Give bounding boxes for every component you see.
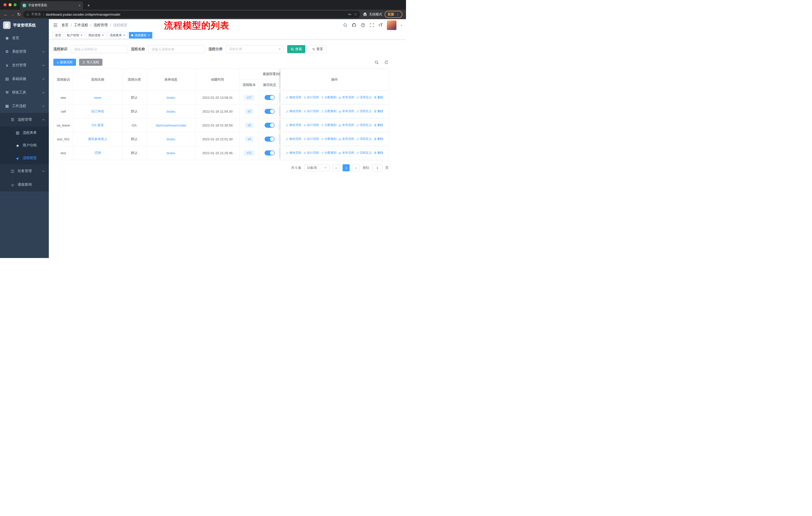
sidebar-item-infrastructure[interactable]: ▤基础设施	[0, 72, 49, 86]
breadcrumb-item[interactable]: 流程管理	[94, 23, 108, 27]
row-action-assign[interactable]: 分配规则	[321, 137, 337, 141]
sidebar-item-system-manage[interactable]: ⚙系统管理	[0, 45, 49, 58]
breadcrumb-item[interactable]: 工作流程	[74, 23, 88, 27]
sidebar-item-home[interactable]: ◉首页	[0, 31, 49, 45]
help-icon[interactable]	[361, 23, 365, 27]
row-action-publish[interactable]: 发布流程	[339, 109, 354, 113]
sidebar-collapse-icon[interactable]	[53, 23, 58, 28]
close-window-button[interactable]	[3, 3, 6, 6]
process-name-link[interactable]: 测试多审批人	[88, 137, 108, 141]
category-select[interactable]: 流程分类	[226, 45, 284, 53]
back-button[interactable]: ←	[3, 12, 8, 17]
form-info-link[interactable]: biubiu	[167, 151, 175, 155]
row-action-definition[interactable]: 流程定义	[356, 109, 372, 113]
tag-close-icon[interactable]: ×	[123, 34, 125, 37]
sidebar-item-payment-manage[interactable]: ¥支付管理	[0, 58, 49, 72]
minimize-window-button[interactable]	[8, 3, 11, 6]
row-action-delete[interactable]: 删除	[374, 151, 383, 155]
row-action-publish[interactable]: 发布流程	[339, 151, 354, 155]
breadcrumb-item[interactable]: 首页	[61, 23, 68, 27]
goto-page-input[interactable]	[372, 164, 382, 171]
next-page-button[interactable]: ›	[353, 164, 360, 171]
row-action-edit[interactable]: 修改流程	[286, 151, 301, 155]
tag-item[interactable]: 我的流程×	[86, 32, 106, 38]
refresh-icon[interactable]	[384, 60, 388, 64]
active-toggle[interactable]	[265, 137, 274, 142]
row-action-assign[interactable]: 分配规则	[321, 95, 337, 100]
row-action-publish[interactable]: 发布流程	[339, 123, 354, 127]
fullscreen-icon[interactable]	[370, 23, 374, 27]
sidebar-item-process-model[interactable]: ▶流程模型	[0, 152, 49, 164]
process-name-input[interactable]	[148, 45, 205, 53]
forward-button[interactable]: →	[10, 12, 14, 17]
search-button[interactable]: 搜索	[287, 45, 305, 53]
tag-item[interactable]: 流程表单×	[108, 32, 127, 38]
tab-close-icon[interactable]: ×	[79, 3, 81, 7]
address-bar[interactable]: ⚠ 不安全 | dashboard.yudao.iocoder.cn/bpm/m…	[23, 11, 360, 18]
row-action-design[interactable]: 设计流程	[303, 151, 319, 155]
row-action-publish[interactable]: 发布流程	[339, 95, 354, 100]
sidebar-item-leave-query[interactable]: ☺请假查询	[0, 178, 49, 191]
row-action-edit[interactable]: 修改流程	[286, 137, 301, 141]
row-action-assign[interactable]: 分配规则	[321, 123, 337, 127]
browser-tab[interactable]: 芋道管理系统 ×	[20, 1, 83, 9]
form-info-link[interactable]: biubiu	[167, 137, 175, 141]
row-action-design[interactable]: 设计流程	[303, 137, 319, 141]
sidebar-item-dev-tools[interactable]: ⚒研发工具	[0, 86, 49, 99]
sidebar-item-user-group[interactable]: ☻用户分组	[0, 139, 49, 152]
reload-button[interactable]: ↻	[17, 12, 21, 17]
tag-close-icon[interactable]: ×	[80, 34, 83, 37]
row-action-delete[interactable]: 删除	[374, 109, 383, 113]
browser-menu-dots-icon[interactable]: ⋮	[396, 12, 400, 17]
row-action-publish[interactable]: 发布流程	[339, 137, 354, 141]
update-button[interactable]: 更新 ⋮	[385, 11, 403, 18]
sidebar-item-task-manage[interactable]: ◫任务管理	[0, 164, 49, 178]
row-action-definition[interactable]: 流程定义	[356, 137, 372, 141]
page-1-button[interactable]: 1	[343, 164, 350, 171]
row-action-delete[interactable]: 删除	[374, 137, 383, 141]
process-name-link[interactable]: OA 请假	[92, 123, 104, 127]
user-avatar[interactable]	[387, 20, 397, 30]
new-tab-button[interactable]: +	[85, 2, 92, 9]
tag-close-icon[interactable]: ×	[102, 34, 104, 37]
row-action-assign[interactable]: 分配规则	[321, 109, 337, 113]
row-action-definition[interactable]: 流程定义	[356, 95, 372, 100]
toggle-search-icon[interactable]	[375, 60, 379, 64]
row-action-assign[interactable]: 分配规则	[321, 151, 337, 155]
form-info-link[interactable]: /bpm/oa/leave/create	[155, 124, 186, 127]
sidebar-item-workflow[interactable]: ▦工作流程	[0, 99, 49, 113]
page-size-select[interactable]: 10条/页	[304, 164, 329, 171]
sidebar-item-process-form[interactable]: ▥流程表单	[0, 127, 49, 139]
sidebar-item-process-manage[interactable]: ☰流程管理	[0, 113, 49, 127]
process-name-link[interactable]: eeee	[94, 96, 102, 100]
tag-close-icon[interactable]: ×	[148, 34, 150, 37]
active-toggle[interactable]	[265, 95, 274, 100]
row-action-design[interactable]: 设计流程	[303, 109, 319, 113]
create-process-button[interactable]: + 新建流程	[53, 59, 76, 66]
row-action-delete[interactable]: 删除	[374, 95, 383, 100]
row-action-design[interactable]: 设计流程	[303, 123, 319, 127]
row-action-edit[interactable]: 修改流程	[286, 95, 301, 100]
row-action-definition[interactable]: 流程定义	[356, 151, 372, 155]
active-toggle[interactable]	[265, 151, 274, 156]
row-action-design[interactable]: 设计流程	[303, 95, 319, 100]
zoom-window-button[interactable]	[13, 3, 17, 6]
active-toggle[interactable]	[265, 109, 274, 114]
row-action-definition[interactable]: 流程定义	[356, 123, 372, 127]
process-name-link[interactable]: 自己审批	[91, 109, 104, 113]
process-name-link[interactable]: 滔博	[94, 151, 101, 155]
row-action-edit[interactable]: 修改流程	[286, 123, 301, 127]
import-process-button[interactable]: 导入流程	[79, 59, 103, 66]
search-icon[interactable]	[343, 23, 348, 27]
form-info-link[interactable]: biubiu	[167, 96, 175, 100]
row-action-edit[interactable]: 修改流程	[286, 109, 301, 113]
tag-item[interactable]: 首页	[53, 32, 63, 38]
process-id-input[interactable]	[71, 45, 127, 53]
password-key-icon[interactable]	[348, 12, 352, 17]
tag-item[interactable]: 流程模型×	[129, 32, 152, 38]
active-toggle[interactable]	[265, 123, 274, 128]
prev-page-button[interactable]: ‹	[332, 164, 340, 171]
github-icon[interactable]	[352, 23, 356, 27]
tag-item[interactable]: 租户管理×	[65, 32, 85, 38]
font-size-icon[interactable]: TT	[378, 23, 383, 27]
